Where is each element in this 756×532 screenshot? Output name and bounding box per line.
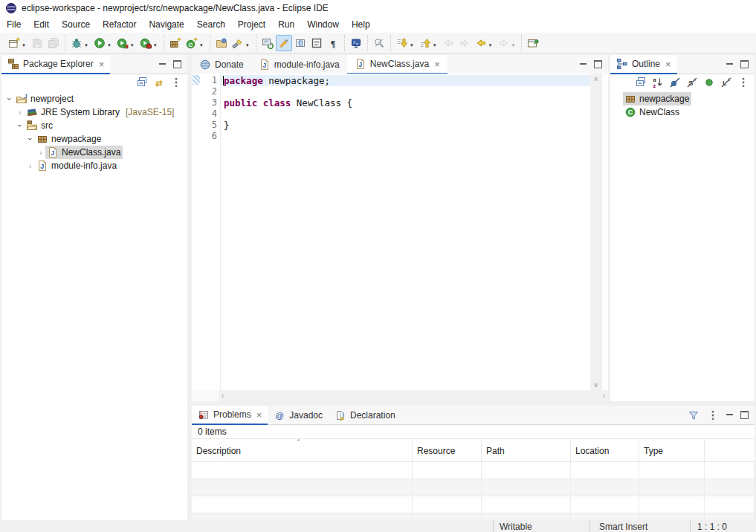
dropdown-caret-icon[interactable]: ▼ [199,43,204,48]
open-console-button[interactable] [348,35,364,51]
dropdown-caret-icon[interactable]: ▼ [84,43,88,48]
editor-tab-donate[interactable]: Donate [192,55,251,74]
maximize-icon[interactable] [173,60,181,68]
scroll-down-icon[interactable]: ∨ [593,381,598,389]
code-line-4[interactable] [221,108,590,120]
menu-help[interactable]: Help [346,17,378,32]
tab-javadoc[interactable]: @Javadoc [268,406,329,424]
tab-package-explorer[interactable]: Package Explorer × [1,55,110,74]
show-source-button[interactable] [308,35,325,51]
column-header-type[interactable]: Type [639,439,705,461]
view-menu-button[interactable] [737,77,749,88]
dropdown-caret-icon[interactable]: ▼ [130,43,135,48]
open-element-button[interactable] [213,35,230,51]
menu-file[interactable]: File [1,17,28,32]
tree-item-newproject[interactable]: ›Jnewproject [1,92,187,106]
tab-outline[interactable]: Outline × [610,55,677,74]
last-edit-forward-button[interactable] [456,35,473,51]
close-icon[interactable]: × [256,409,262,421]
table-row[interactable] [192,496,755,513]
maximize-icon[interactable] [740,60,749,68]
scroll-up-icon[interactable]: ∧ [593,75,598,82]
code-line-1[interactable]: package newpackage; [221,75,590,86]
tree-item-jre-system-library[interactable]: ›JRE System Library[JavaSE-15] [1,106,187,119]
menu-run[interactable]: Run [273,17,302,32]
menu-edit[interactable]: Edit [28,17,56,32]
menu-navigate[interactable]: Navigate [143,17,191,32]
hide-static-button[interactable]: Ss [686,77,698,88]
dropdown-caret-icon[interactable]: ▼ [511,43,516,48]
table-row[interactable] [192,462,755,479]
previous-annotation-button[interactable]: ▼ [417,35,440,51]
tree-item-newclass-java[interactable]: ›JNewClass.java [1,146,187,159]
column-header-description[interactable]: Descriptionˆ [192,439,413,461]
code-line-3[interactable]: public class NewClass { [221,97,590,108]
show-whitespace-button[interactable]: ¶ [325,35,341,51]
column-header-resource[interactable]: Resource [413,439,482,461]
code-text[interactable]: package newpackage;public class NewClass… [221,74,590,390]
code-editor[interactable]: 123456 package newpackage;public class N… [192,74,608,390]
sort-button[interactable]: az [652,77,664,88]
editor-tab-module-info-java[interactable]: Jmodule-info.java [251,55,347,74]
maximize-icon[interactable] [740,411,749,419]
dropdown-caret-icon[interactable]: ▼ [433,43,437,48]
save-all-button[interactable] [45,35,62,51]
chevron-expanded-icon[interactable]: › [16,121,25,131]
hide-magnifier-button[interactable] [371,35,387,51]
new-java-class-button[interactable]: C▼ [184,35,207,51]
collapse-all-button[interactable] [635,77,647,88]
dropdown-caret-icon[interactable]: ▼ [488,43,493,48]
minimize-icon[interactable] [726,412,733,418]
menu-search[interactable]: Search [192,17,233,32]
menu-refactor[interactable]: Refactor [97,17,143,32]
forward-button[interactable]: ▼ [496,35,519,51]
column-header-path[interactable]: Path [482,439,571,461]
table-row[interactable] [192,513,755,520]
code-line-2[interactable] [221,86,590,97]
view-menu-button[interactable] [170,77,182,88]
vertical-scrollbar[interactable]: ∧ ∨ [590,74,601,390]
code-line-5[interactable]: } [221,120,590,131]
save-button[interactable] [29,35,45,51]
external-tools-button[interactable]: ▼ [138,35,161,51]
collapse-all-button[interactable] [136,77,148,88]
new-wizard-button[interactable]: ▼ [6,35,29,51]
dropdown-caret-icon[interactable]: ▼ [245,43,250,48]
block-selection-button[interactable] [292,35,308,51]
pin-editor-button[interactable] [525,35,541,51]
tab-declaration[interactable]: { }Declaration [329,406,401,424]
minimize-icon[interactable] [580,61,587,68]
tree-item-newclass[interactable]: CNewClass [610,106,755,119]
new-java-package-button[interactable] [167,35,184,51]
breadcrumb-button[interactable] [259,35,276,51]
debug-button[interactable]: ▼ [68,35,91,51]
code-line-6[interactable] [221,131,590,142]
next-annotation-button[interactable]: ▼ [394,35,417,51]
last-edit-back-button[interactable] [440,35,456,51]
close-icon[interactable]: × [434,59,440,70]
horizontal-scrollbar[interactable]: ‹ › [219,390,608,401]
scroll-right-icon[interactable]: › [603,392,605,400]
back-button[interactable]: ▼ [473,35,496,51]
hide-non-public-button[interactable] [703,77,715,88]
chevron-expanded-icon[interactable]: › [26,134,35,144]
tree-item-newpackage[interactable]: newpackage [610,92,755,106]
filter-button[interactable] [688,409,700,421]
menu-window[interactable]: Window [302,17,346,32]
maximize-icon[interactable] [594,60,602,68]
mark-occurrences-button[interactable] [276,35,292,51]
minimize-icon[interactable] [726,61,733,68]
tree-item-module-info-java[interactable]: ›Jmodule-info.java [1,159,187,172]
dropdown-caret-icon[interactable]: ▼ [410,43,414,48]
dropdown-caret-icon[interactable]: ▼ [107,43,112,48]
menu-source[interactable]: Source [56,17,97,32]
hide-local-types-button[interactable]: LL [720,77,732,88]
editor-tab-newclass-java[interactable]: JNewClass.java× [347,55,448,74]
link-with-editor-button[interactable]: ⇄ [153,77,165,88]
column-header-location[interactable]: Location [571,439,639,461]
menu-project[interactable]: Project [233,17,273,32]
close-icon[interactable]: × [99,59,105,70]
chevron-collapsed-icon[interactable]: › [25,161,35,170]
chevron-collapsed-icon[interactable]: › [36,148,45,157]
run-button[interactable]: ▼ [91,35,114,51]
